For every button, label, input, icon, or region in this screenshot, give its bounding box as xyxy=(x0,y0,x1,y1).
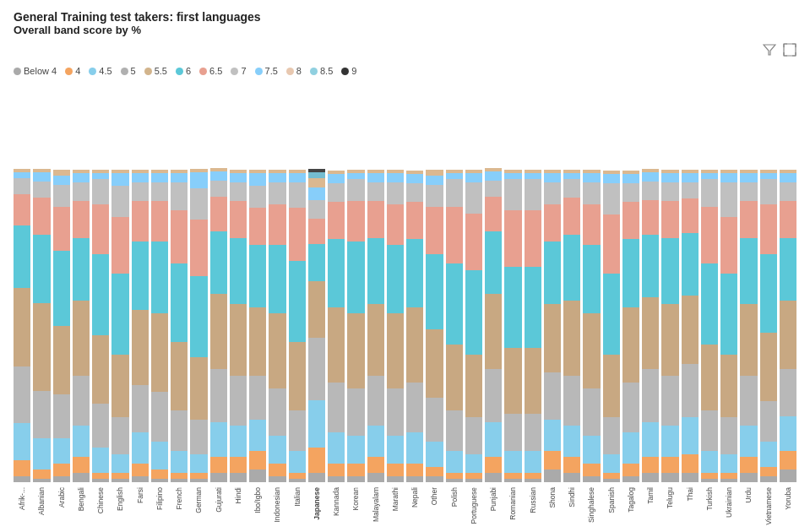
bar-group xyxy=(603,83,620,482)
bar-segment xyxy=(73,473,90,482)
bar-segment xyxy=(682,173,699,182)
x-label-text: Arabic xyxy=(57,487,66,508)
bar-segment xyxy=(14,476,30,482)
bar-segment xyxy=(53,185,70,207)
bar-segment xyxy=(525,173,541,179)
bar-segment xyxy=(289,473,306,479)
bar-segment xyxy=(92,404,109,448)
filter-icon[interactable] xyxy=(763,43,776,59)
x-label: Marathi xyxy=(387,487,404,525)
bar-segment xyxy=(603,417,620,454)
legend-dot xyxy=(14,68,21,75)
bar-segment xyxy=(269,476,285,482)
bar-group xyxy=(308,83,325,482)
x-label-text: Vietnamese xyxy=(764,487,773,525)
bar-segment xyxy=(53,207,70,251)
bar-segment xyxy=(171,173,188,182)
bar-segment xyxy=(760,401,777,442)
x-label-text: French xyxy=(175,487,183,509)
bar-stack xyxy=(210,168,227,482)
bar-segment xyxy=(210,171,227,181)
bar-segment xyxy=(583,204,600,245)
bar-group xyxy=(485,83,502,482)
legend-item-below4: Below 4 xyxy=(14,66,57,76)
bar-segment xyxy=(485,473,502,482)
bar-segment xyxy=(308,338,325,400)
bar-stack xyxy=(661,170,678,482)
bar-group xyxy=(426,83,443,482)
bar-segment xyxy=(544,304,561,372)
bar-segment xyxy=(269,245,285,313)
bar-group xyxy=(525,83,541,482)
bar-group xyxy=(740,83,757,482)
bar-segment xyxy=(760,442,777,467)
x-label-text: Marathi xyxy=(391,487,400,511)
bar-stack xyxy=(347,170,364,482)
bar-segment xyxy=(682,198,699,233)
bar-segment xyxy=(14,178,30,194)
x-label: Spanish xyxy=(603,487,620,525)
title-section: General Training test takers: first lang… xyxy=(14,10,796,36)
bar-segment xyxy=(53,476,70,482)
bar-segment xyxy=(367,376,384,426)
legend-dot xyxy=(310,68,318,75)
legend-item-7: 7 xyxy=(231,66,246,76)
bar-segment xyxy=(406,202,423,239)
legend-item-8: 8 xyxy=(286,66,302,76)
bar-group xyxy=(328,83,345,482)
legend-item-4.5: 4.5 xyxy=(89,66,111,76)
bar-segment xyxy=(780,238,796,301)
bar-segment xyxy=(504,473,521,479)
bar-segment xyxy=(642,200,659,235)
bar-segment xyxy=(308,281,325,338)
bar-segment xyxy=(504,179,521,210)
bar-segment xyxy=(111,454,128,473)
bar-segment xyxy=(446,179,463,207)
x-label: Farsi xyxy=(132,487,149,525)
bar-segment xyxy=(465,473,482,479)
bar-stack xyxy=(583,170,600,482)
bar-segment xyxy=(73,182,90,201)
bar-segment xyxy=(33,470,50,479)
bar-segment xyxy=(171,473,188,479)
bar-group xyxy=(760,83,777,482)
bar-segment xyxy=(190,276,207,357)
bar-segment xyxy=(701,345,718,410)
x-label: Japanese xyxy=(308,487,325,525)
bar-segment xyxy=(151,201,168,242)
bar-group xyxy=(289,83,306,482)
bar-segment xyxy=(544,242,561,304)
bar-segment xyxy=(367,457,384,473)
x-label-text: Urdu xyxy=(744,487,753,502)
bar-segment xyxy=(682,233,699,296)
bar-segment xyxy=(347,436,364,464)
legend: Below 444.555.566.577.588.59 xyxy=(14,62,796,83)
legend-dot xyxy=(144,68,152,75)
bar-segment xyxy=(525,451,541,473)
bar-segment xyxy=(308,244,325,281)
x-label-text: Sindhi xyxy=(568,487,576,508)
bar-segment xyxy=(525,210,541,267)
bar-segment xyxy=(171,263,188,342)
bar-segment xyxy=(465,270,482,355)
bar-segment xyxy=(642,457,659,473)
bar-segment xyxy=(33,198,50,235)
bar-segment xyxy=(504,173,521,179)
expand-icon[interactable] xyxy=(783,43,796,59)
bar-segment xyxy=(426,207,443,254)
bar-segment xyxy=(446,473,463,479)
bar-segment xyxy=(406,432,423,464)
bar-segment xyxy=(132,201,149,242)
bar-stack xyxy=(485,168,502,482)
bar-segment xyxy=(603,174,620,183)
bar-stack xyxy=(14,169,30,482)
x-label-text: Bengali xyxy=(77,487,85,511)
bar-segment xyxy=(387,204,404,245)
x-label: Afrik-... xyxy=(14,487,30,525)
bar-segment xyxy=(33,479,50,482)
x-label-text: Shona xyxy=(548,487,557,508)
bar-segment xyxy=(603,479,620,482)
bar-segment xyxy=(426,329,443,398)
bar-segment xyxy=(367,473,384,482)
bar-stack xyxy=(289,170,306,482)
